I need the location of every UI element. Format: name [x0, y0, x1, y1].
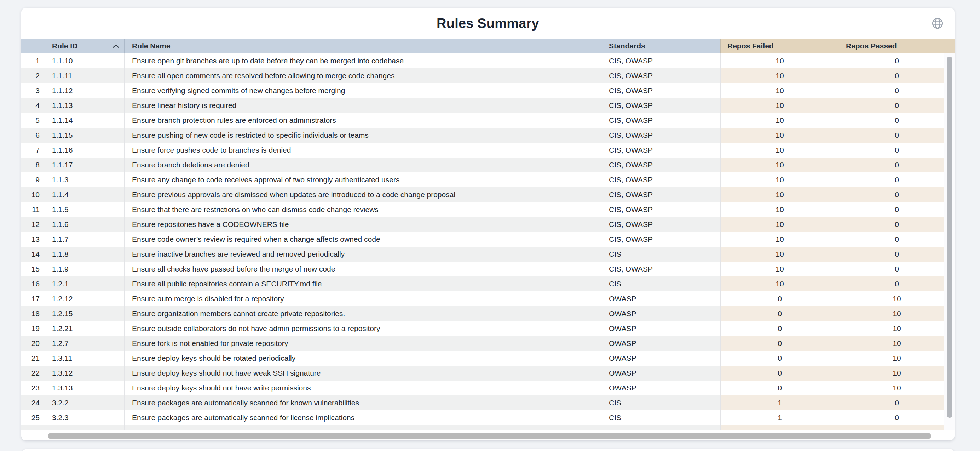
standards-cell: OWASP [602, 292, 720, 306]
rule-name-cell: Ensure outside collaborators do not have… [124, 321, 602, 336]
rule-id-cell: 1.1.17 [45, 158, 124, 172]
table-row-partial[interactable] [21, 425, 955, 430]
repos-failed-cell: 1 [720, 395, 839, 410]
table-row[interactable]: 2 1.1.11 Ensure all open comments are re… [21, 69, 955, 83]
table-row[interactable]: 4 1.1.13 Ensure linear history is requir… [21, 98, 955, 113]
rule-id-cell: 1.1.15 [45, 128, 124, 143]
next-card-edge [22, 449, 955, 451]
row-number-cell: 21 [21, 351, 45, 366]
table-row[interactable]: 13 1.1.7 Ensure code owner’s review is r… [21, 232, 955, 247]
repos-failed-cell: 10 [720, 217, 839, 232]
repos-failed-cell: 10 [720, 202, 839, 217]
table-row[interactable]: 1 1.1.10 Ensure open git branches are up… [21, 53, 955, 69]
table-row[interactable]: 6 1.1.15 Ensure pushing of new code is r… [21, 128, 955, 143]
repos-passed-cell: 0 [839, 395, 955, 410]
repos-failed-cell: 10 [720, 247, 839, 261]
vertical-scrollbar-thumb[interactable] [947, 57, 952, 418]
table-row[interactable]: 18 1.2.15 Ensure organization members ca… [21, 306, 955, 321]
table-row[interactable]: 20 1.2.7 Ensure fork is not enabled for … [21, 336, 955, 351]
repos-failed-cell: 10 [720, 232, 839, 247]
row-number-cell: 1 [21, 53, 45, 69]
standards-cell: CIS, OWASP [602, 98, 720, 113]
repos-passed-cell: 10 [839, 351, 955, 366]
rule-name-cell: Ensure inactive branches are reviewed an… [124, 247, 602, 261]
rules-summary-card: Rules Summary Rule ID Rule Name Standard… [21, 8, 955, 440]
table-row[interactable]: 3 1.1.12 Ensure verifying signed commits… [21, 83, 955, 98]
rule-name-cell: Ensure force pushes code to branches is … [124, 143, 602, 158]
table-row[interactable]: 17 1.2.12 Ensure auto merge is disabled … [21, 292, 955, 306]
row-number-cell: 15 [21, 261, 45, 276]
table-row[interactable]: 25 3.2.3 Ensure packages are automatical… [21, 410, 955, 425]
row-number-cell: 5 [21, 113, 45, 128]
repos-passed-cell: 0 [839, 143, 955, 158]
rule-name-cell: Ensure packages are automatically scanne… [124, 410, 602, 425]
row-number-cell: 25 [21, 410, 45, 425]
horizontal-scrollbar-thumb[interactable] [48, 433, 931, 439]
table-row[interactable]: 23 1.3.13 Ensure deploy keys should not … [21, 381, 955, 395]
standards-cell: CIS, OWASP [602, 217, 720, 232]
rule-id-cell: 1.2.1 [45, 276, 124, 292]
rule-id-cell: 1.1.12 [45, 83, 124, 98]
table-row[interactable]: 16 1.2.1 Ensure all public repositories … [21, 276, 955, 292]
rule-name-cell: Ensure linear history is required [124, 98, 602, 113]
repos-failed-cell: 10 [720, 53, 839, 69]
repos-failed-cell: 1 [720, 410, 839, 425]
row-number-cell: 22 [21, 366, 45, 381]
rule-id-cell: 1.3.13 [45, 381, 124, 395]
repos-failed-cell: 10 [720, 113, 839, 128]
table-row[interactable]: 19 1.2.21 Ensure outside collaborators d… [21, 321, 955, 336]
header-rule-id-label: Rule ID [52, 42, 78, 50]
standards-cell: CIS [602, 276, 720, 292]
repos-passed-cell: 10 [839, 366, 955, 381]
globe-button[interactable] [931, 17, 944, 30]
repos-failed-cell: 10 [720, 143, 839, 158]
row-number-cell: 6 [21, 128, 45, 143]
table-row[interactable]: 24 3.2.2 Ensure packages are automatical… [21, 395, 955, 410]
repos-failed-cell: 10 [720, 261, 839, 276]
table-row[interactable]: 22 1.3.12 Ensure deploy keys should not … [21, 366, 955, 381]
row-number-cell: 23 [21, 381, 45, 395]
header-standards[interactable]: Standards [602, 38, 720, 53]
table-row[interactable]: 21 1.3.11 Ensure deploy keys should be r… [21, 351, 955, 366]
standards-cell: CIS [602, 247, 720, 261]
sort-ascending-icon [113, 44, 119, 48]
repos-passed-cell: 0 [839, 247, 955, 261]
table-row[interactable]: 7 1.1.16 Ensure force pushes code to bra… [21, 143, 955, 158]
header-rule-id[interactable]: Rule ID [45, 38, 124, 53]
rule-name-cell: Ensure any change to code receives appro… [124, 172, 602, 187]
rule-id-cell [45, 425, 124, 430]
table-row[interactable]: 12 1.1.6 Ensure repositories have a CODE… [21, 217, 955, 232]
rule-name-cell: Ensure previous approvals are dismissed … [124, 187, 602, 202]
table-row[interactable]: 8 1.1.17 Ensure branch deletions are den… [21, 158, 955, 172]
table-row[interactable]: 15 1.1.9 Ensure all checks have passed b… [21, 261, 955, 276]
repos-passed-cell: 0 [839, 53, 955, 69]
table-row[interactable]: 5 1.1.14 Ensure branch protection rules … [21, 113, 955, 128]
header-rule-name-label: Rule Name [132, 42, 170, 50]
standards-cell: CIS, OWASP [602, 187, 720, 202]
rule-id-cell: 1.2.15 [45, 306, 124, 321]
rule-id-cell: 1.3.12 [45, 366, 124, 381]
table-row[interactable]: 9 1.1.3 Ensure any change to code receiv… [21, 172, 955, 187]
rule-id-cell: 1.3.11 [45, 351, 124, 366]
row-number-cell: 11 [21, 202, 45, 217]
rule-name-cell: Ensure code owner’s review is required w… [124, 232, 602, 247]
table-row[interactable]: 14 1.1.8 Ensure inactive branches are re… [21, 247, 955, 261]
header-rule-name[interactable]: Rule Name [124, 38, 602, 53]
horizontal-scrollbar[interactable] [21, 430, 955, 440]
rule-id-cell: 1.1.14 [45, 113, 124, 128]
rule-id-cell: 3.2.2 [45, 395, 124, 410]
repos-failed-cell: 10 [720, 69, 839, 83]
row-number-cell: 17 [21, 292, 45, 306]
row-number-cell: 24 [21, 395, 45, 410]
table-row[interactable]: 10 1.1.4 Ensure previous approvals are d… [21, 187, 955, 202]
rule-name-cell: Ensure organization members cannot creat… [124, 306, 602, 321]
header-repos-passed[interactable]: Repos Passed [839, 38, 955, 53]
repos-passed-cell: 0 [839, 113, 955, 128]
globe-icon [932, 18, 943, 29]
row-number-cell: 13 [21, 232, 45, 247]
standards-cell: CIS, OWASP [602, 261, 720, 276]
table-row[interactable]: 11 1.1.5 Ensure that there are restricti… [21, 202, 955, 217]
vertical-scrollbar[interactable] [944, 53, 955, 430]
standards-cell: CIS, OWASP [602, 83, 720, 98]
header-repos-failed[interactable]: Repos Failed [720, 38, 839, 53]
